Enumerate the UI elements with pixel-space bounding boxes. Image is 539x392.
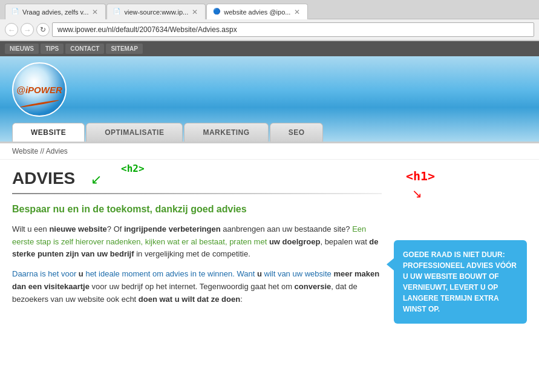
tab-seo[interactable]: SEO (270, 123, 324, 142)
site-topbar: NIEUWS TIPS CONTACT SITEMAP (0, 41, 539, 56)
info-box-text: GOEDE RAAD IS NIET DUUR: PROFESSIONEEL A… (403, 250, 517, 313)
tab-favicon-1: 📄 (11, 8, 20, 16)
forward-button[interactable]: → (21, 23, 34, 36)
h2-arrow: ↙ (91, 172, 102, 188)
left-content: ADVIES <h2> ↙ Bespaar nu en in de toekom… (12, 169, 382, 324)
browser-tab-3[interactable]: 🔵 website advies @ipo... ✕ (206, 4, 308, 19)
page-title: ADVIES (12, 169, 382, 188)
address-bar[interactable] (52, 22, 534, 37)
browser-nav: ← → ↻ (0, 19, 539, 41)
breadcrumb: Website // Advies (0, 143, 539, 160)
browser-chrome: 📄 Vraag advies, zelfs v... ✕ 📄 view-sour… (0, 0, 539, 41)
topbar-tips[interactable]: TIPS (41, 44, 64, 54)
back-button[interactable]: ← (5, 23, 18, 36)
info-box: GOEDE RAAD IS NIET DUUR: PROFESSIONEEL A… (394, 240, 527, 324)
logo-area: @iPOWER (12, 62, 527, 117)
h2-annotation: <h2> (121, 163, 145, 174)
h1-annotation: <h1> (406, 169, 435, 183)
title-underline (12, 193, 382, 194)
body-paragraph-1: Wilt u een nieuwe website? Of ingrijpend… (12, 223, 382, 261)
tab-favicon-2: 📄 (113, 8, 122, 16)
tab-close-3[interactable]: ✕ (293, 7, 301, 18)
browser-tab-2[interactable]: 📄 view-source:www.ip... ✕ (106, 4, 206, 19)
content-area: Website // Advies ADVIES <h2> ↙ Bespaar … (0, 142, 539, 333)
h1-arrow: ↘ (412, 186, 422, 201)
tab-text-1: Vraag advies, zelfs v... (22, 8, 88, 16)
topbar-sitemap[interactable]: SITEMAP (106, 44, 142, 54)
tab-website[interactable]: WEBSITE (12, 123, 85, 142)
tab-optimalisatie[interactable]: OPTIMALISATIE (86, 123, 183, 142)
body-paragraph-2: Daarna is het voor u het ideale moment o… (12, 268, 382, 305)
browser-tab-1[interactable]: 📄 Vraag advies, zelfs v... ✕ (5, 4, 106, 19)
browser-tabs: 📄 Vraag advies, zelfs v... ✕ 📄 view-sour… (0, 0, 539, 19)
site-header: @iPOWER WEBSITE OPTIMALISATIE MARKETING … (0, 56, 539, 142)
tab-marketing[interactable]: MARKETING (184, 123, 268, 142)
tab-text-3: website advies @ipo... (224, 8, 290, 16)
topbar-nieuws[interactable]: NIEUWS (5, 44, 39, 54)
tab-close-2[interactable]: ✕ (191, 7, 199, 18)
breadcrumb-text: Website // Advies (12, 147, 68, 155)
topbar-contact[interactable]: CONTACT (65, 44, 104, 54)
site-logo[interactable]: @iPOWER (12, 62, 67, 117)
tab-close-1[interactable]: ✕ (91, 7, 99, 18)
right-content: <h1> ↘ GOEDE RAAD IS NIET DUUR: PROFESSI… (394, 169, 527, 324)
main-content: ADVIES <h2> ↙ Bespaar nu en in de toekom… (0, 160, 539, 333)
page-subtitle: Bespaar nu en in de toekomst, dankzij go… (12, 203, 382, 216)
tab-favicon-3: 🔵 (213, 8, 221, 16)
refresh-button[interactable]: ↻ (36, 23, 50, 36)
nav-tabs: WEBSITE OPTIMALISATIE MARKETING SEO (12, 123, 527, 142)
tab-text-2: view-source:www.ip... (124, 8, 188, 16)
